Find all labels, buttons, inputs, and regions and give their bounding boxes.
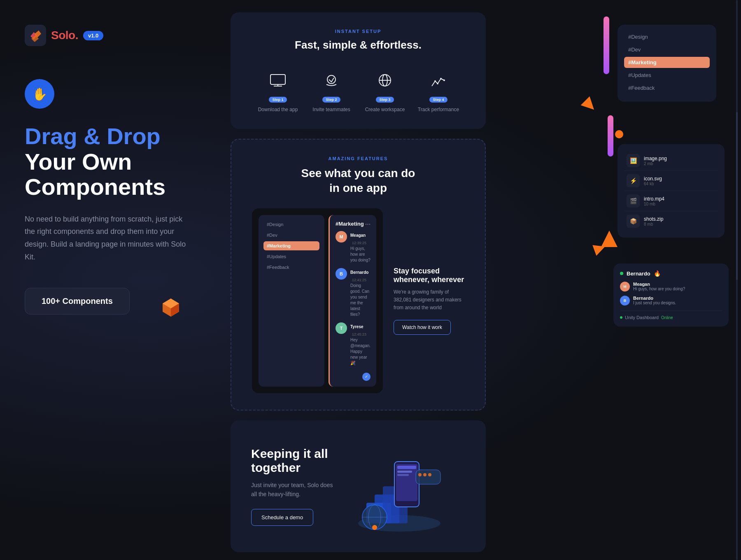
step-1-badge: Step 1 bbox=[269, 97, 287, 103]
right-channel-updates[interactable]: #Updates bbox=[624, 70, 710, 81]
svg-rect-23 bbox=[397, 474, 409, 476]
hand-icon: ✋ bbox=[32, 87, 47, 101]
features-right-text: We're a growing family of 382,081 design… bbox=[394, 288, 464, 312]
deco-pink-bar-mid bbox=[608, 115, 613, 156]
page-wrapper: Solo. v1.0 ✋ Drag & Drop Your Own Compon… bbox=[0, 0, 741, 560]
right-channel-marketing[interactable]: #Marketing bbox=[624, 57, 710, 68]
description: No need to build anything from scratch, … bbox=[25, 213, 189, 263]
right-channel-feedback[interactable]: #Feedback bbox=[624, 82, 710, 93]
watch-button[interactable]: Watch how it work bbox=[394, 320, 451, 335]
right-channel-dev[interactable]: #Dev bbox=[624, 44, 710, 55]
check-circle-icon: ✓ bbox=[362, 373, 370, 381]
deco-pink-bar-top bbox=[604, 16, 609, 74]
online-dot-icon bbox=[620, 272, 623, 275]
scroll-thumb[interactable] bbox=[736, 112, 738, 280]
file-info-zip: shots.zip 8 mb bbox=[644, 216, 663, 226]
right-avatar-meagan: M bbox=[620, 282, 630, 292]
file-name-mp4: intro.mp4 bbox=[644, 196, 664, 202]
right-msg-meagan-content: Meagan Hi guys, how are you doing? bbox=[633, 282, 685, 291]
file-info-mp4: intro.mp4 10 mb bbox=[644, 196, 664, 206]
headline-colored: Drag & Drop bbox=[25, 124, 206, 149]
fire-icon: 🔥 bbox=[654, 270, 661, 277]
svg-rect-20 bbox=[396, 464, 417, 501]
channel-updates[interactable]: #Updates bbox=[263, 252, 319, 261]
file-item-zip: 📦 shots.zip 8 mb bbox=[624, 211, 718, 231]
unity-label: Unity Dashboard bbox=[625, 315, 659, 320]
avatar-bernardo: B bbox=[336, 268, 347, 280]
chat-layout: #Design #Dev #Marketing #Updates #Feedba… bbox=[259, 215, 376, 387]
features-label: AMAZING FEATURES bbox=[252, 156, 464, 161]
chat-username: Bernardo bbox=[627, 271, 650, 277]
step-2-label: Invite teammates bbox=[312, 107, 350, 112]
phone-illustration bbox=[333, 437, 465, 536]
features-right-title: Stay focused whenever, wherever bbox=[394, 267, 464, 284]
step-4-icon-wrap bbox=[426, 68, 451, 93]
right-avatar-bernardo: B bbox=[620, 296, 630, 306]
right-msg-meagan: M Meagan Hi guys, how are you doing? bbox=[620, 282, 722, 292]
msg-tyrese-content: Tyrese 12:45:23 Hey @meagan. Happy new y… bbox=[350, 322, 370, 366]
logo-dot: . bbox=[75, 29, 78, 42]
avatar-meagan: M bbox=[336, 231, 347, 243]
chat-user-header: Bernardo 🔥 bbox=[620, 270, 722, 277]
cta-button[interactable]: 100+ Components bbox=[25, 288, 130, 315]
message-tyrese: T Tyrese 12:45:23 Hey @meagan. Happy new… bbox=[336, 322, 370, 366]
channel-dev[interactable]: #Dev bbox=[263, 231, 319, 240]
channel-sidebar: #Design #Dev #Marketing #Updates #Feedba… bbox=[259, 215, 324, 387]
features-body: #Design #Dev #Marketing #Updates #Feedba… bbox=[252, 208, 464, 393]
demo-button[interactable]: Schedule a demo bbox=[251, 509, 313, 526]
three-dots-icon[interactable]: ··· bbox=[365, 221, 370, 228]
messages-area: #Marketing ··· M Meagan 12:39:25 Hi guys… bbox=[329, 215, 376, 387]
svg-rect-4 bbox=[270, 75, 285, 84]
keeping-text: Just invite your team, Solo does all the… bbox=[251, 481, 333, 499]
right-channels-panel: #Design #Dev #Marketing #Updates #Feedba… bbox=[618, 25, 716, 102]
hand-button[interactable]: ✋ bbox=[25, 79, 54, 109]
setup-step-4: Step 4 Track performance bbox=[412, 68, 465, 112]
avatar-tyrese: T bbox=[336, 322, 347, 334]
step-1-label: Download the app bbox=[258, 107, 298, 112]
orange-cube-decoration bbox=[161, 296, 181, 317]
right-msg-meagan-name: Meagan bbox=[633, 282, 685, 287]
file-size-png: 2 mb bbox=[644, 161, 667, 166]
step-3-icon-wrap bbox=[373, 68, 397, 93]
svg-rect-24 bbox=[416, 470, 440, 484]
check-row: ✓ bbox=[336, 371, 370, 381]
right-channel-design[interactable]: #Design bbox=[624, 31, 710, 42]
headline-line2: Your Own bbox=[25, 149, 206, 175]
features-title: See what you can doin one app bbox=[252, 166, 464, 196]
svg-rect-21 bbox=[397, 466, 416, 469]
channel-design[interactable]: #Design bbox=[263, 220, 319, 229]
svg-point-14 bbox=[443, 79, 445, 81]
channel-marketing[interactable]: #Marketing bbox=[263, 241, 319, 250]
svg-point-26 bbox=[423, 473, 426, 476]
channel-feedback[interactable]: #Feedback bbox=[263, 263, 319, 272]
step-3-badge: Step 3 bbox=[376, 97, 394, 103]
msg-bernardo-time: 12:41:25 bbox=[352, 278, 366, 282]
file-icon-zip: 📦 bbox=[627, 215, 640, 228]
file-icon-png: 🖼️ bbox=[627, 154, 640, 167]
right-chat-panel: Bernardo 🔥 M Meagan Hi guys, how are you… bbox=[613, 264, 729, 327]
msg-tyrese-name: Tyrese bbox=[350, 324, 364, 329]
files-panel: 🖼️ image.png 2 mb ⚡ icon.svg 64 kb 🎬 int… bbox=[618, 144, 725, 238]
file-item-svg: ⚡ icon.svg 64 kb bbox=[624, 171, 718, 191]
scroll-track bbox=[736, 0, 738, 560]
file-size-mp4: 10 mb bbox=[644, 202, 664, 206]
file-icon-svg: ⚡ bbox=[627, 174, 640, 187]
msg-meagan-text: Hi guys, how are you doing? bbox=[350, 246, 370, 263]
step-2-icon-wrap bbox=[319, 68, 344, 93]
deco-orange-circle bbox=[615, 130, 623, 138]
headline: Drag & Drop Your Own Components bbox=[25, 124, 206, 200]
unity-bar: Unity Dashboard Online bbox=[620, 310, 722, 320]
right-msg-bernardo-content: Bernardo I just send you designs. bbox=[633, 296, 676, 305]
right-section: ▶ ▶ #Design #Dev #Marketing #Updates #Fe… bbox=[510, 0, 741, 560]
message-bernardo: B Bernardo 12:41:25 Doing good. Can you … bbox=[336, 268, 370, 317]
logo-name: Solo bbox=[51, 29, 75, 42]
keeping-title: Keeping it alltogether bbox=[251, 447, 333, 475]
unity-status: Online bbox=[661, 315, 673, 320]
msg-bernardo-content: Bernardo 12:41:25 Doing good. Can you se… bbox=[350, 268, 370, 317]
setup-step-1: Step 1 Download the app bbox=[251, 68, 305, 112]
msg-meagan-name: Meagan bbox=[350, 233, 366, 238]
setup-title: Fast, simple & effortless. bbox=[251, 39, 465, 51]
headline-line3: Components bbox=[25, 174, 206, 200]
setup-step-2: Step 2 Invite teammates bbox=[305, 68, 358, 112]
left-section: Solo. v1.0 ✋ Drag & Drop Your Own Compon… bbox=[25, 25, 206, 315]
